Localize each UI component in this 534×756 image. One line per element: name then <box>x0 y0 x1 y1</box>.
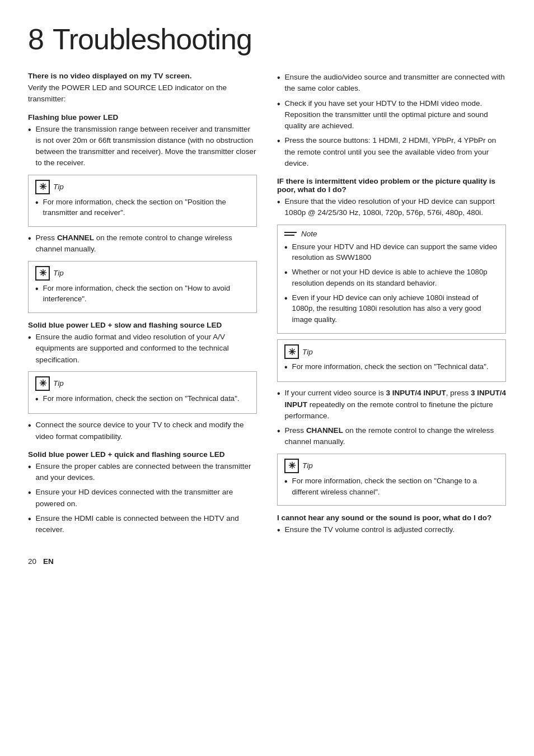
list-item: Connect the source device to your TV to … <box>28 419 257 442</box>
right-mid-bullets: If your current video source is 3 INPUT/… <box>277 388 506 447</box>
tip-star-icon-5: ✳ <box>284 459 299 473</box>
page-lang: EN <box>43 557 54 566</box>
tip-label-1: Tip <box>53 183 64 191</box>
list-item: For more information, check the section … <box>35 283 250 305</box>
subsection-solid-slow-heading: Solid blue power LED + slow and flashing… <box>28 321 257 329</box>
list-item: Whether or not your HD device is able to… <box>284 267 499 289</box>
tip3-list: For more information, check the section … <box>35 393 250 405</box>
list-item: Press CHANNEL on the remote control to c… <box>277 425 506 448</box>
tip-content-2: ✳ Tip For more information, check the se… <box>35 266 250 309</box>
sound-heading: I cannot hear any sound or the sound is … <box>277 514 506 522</box>
connect-source-list: Connect the source device to your TV to … <box>28 419 257 442</box>
channel-bullet-text: Press CHANNEL on the remote control to c… <box>36 232 257 255</box>
note-box-1: Note Ensure your HDTV and HD device can … <box>277 225 506 334</box>
list-item: If your current video source is 3 INPUT/… <box>277 388 506 422</box>
tip-label-4: Tip <box>302 348 313 356</box>
tip-box-4: ✳ Tip For more information, check the se… <box>277 339 506 382</box>
tip-box-5: ✳ Tip For more information, check the se… <box>277 454 506 506</box>
channel2-text: Press CHANNEL on the remote control to c… <box>285 425 506 448</box>
page-number: 20 <box>28 557 36 566</box>
tip-label-3: Tip <box>53 379 64 388</box>
list-item: For more information, check the section … <box>284 361 499 374</box>
tip-box-3: ✳ Tip For more information, check the se… <box>28 371 257 414</box>
left-column: There is no video displayed on my TV scr… <box>28 72 257 540</box>
note-header-1: Note <box>284 230 499 238</box>
right-column: Ensure the audio/video source and transm… <box>277 72 506 540</box>
flashing-led-list: Ensure the transmission range between re… <box>28 124 257 169</box>
channel-bullet-list: Press CHANNEL on the remote control to c… <box>28 232 257 255</box>
section-no-video-intro: Verify the POWER LED and SOURCE LED indi… <box>28 82 257 105</box>
subsection-flashing-heading: Flashing blue power LED <box>28 113 257 122</box>
tip-content-5: ✳ Tip For more information, check the se… <box>284 459 499 501</box>
3input-text: If your current video source is 3 INPUT/… <box>285 388 506 422</box>
tip-box-2: ✳ Tip For more information, check the se… <box>28 261 257 314</box>
tip-header-3: ✳ Tip <box>35 376 250 391</box>
list-item: Ensure the audio format and video resolu… <box>28 332 257 366</box>
tip-header-1: ✳ Tip <box>35 180 250 194</box>
chapter-title: 8Troubleshooting <box>28 22 506 56</box>
tip-box-1: ✳ Tip For more information, check the se… <box>28 175 257 227</box>
tip-star-icon-2: ✳ <box>35 266 50 281</box>
subsection-solid-quick-heading: Solid blue power LED + quick and flashin… <box>28 450 257 459</box>
tip4-list: For more information, check the section … <box>284 361 499 374</box>
tip-header-2: ✳ Tip <box>35 266 250 281</box>
list-item: For more information, check the section … <box>35 393 250 405</box>
intermittent-heading: IF there is intermittent video problem o… <box>277 177 506 194</box>
list-item: Ensure the transmission range between re… <box>28 124 257 169</box>
solid-slow-list: Ensure the audio format and video resolu… <box>28 332 257 366</box>
tip-label-5: Tip <box>302 461 313 470</box>
intermittent-list: Ensure that the video resolution of your… <box>277 196 506 219</box>
list-item: Even if your HD device can only achieve … <box>284 292 499 325</box>
list-item: Ensure the TV volume control is adjusted… <box>277 524 506 536</box>
section-no-video-heading: There is no video displayed on my TV scr… <box>28 72 257 80</box>
note-lines-icon <box>284 232 297 236</box>
list-item: For more information, check the section … <box>35 197 250 219</box>
list-item: Ensure the HDMI cable is connected betwe… <box>28 513 257 536</box>
list-item: Ensure that the video resolution of your… <box>277 196 506 219</box>
note-label-1: Note <box>301 230 317 238</box>
tip-header-5: ✳ Tip <box>284 459 499 473</box>
note1-list: Ensure your HDTV and HD device can suppo… <box>284 241 499 326</box>
tip-content-3: ✳ Tip For more information, check the se… <box>35 376 250 409</box>
list-item: Ensure the proper cables are connected b… <box>28 461 257 484</box>
right-top-bullets: Ensure the audio/video source and transm… <box>277 72 506 169</box>
tip-header-4: ✳ Tip <box>284 344 499 359</box>
list-item: Ensure your HDTV and HD device can suppo… <box>284 241 499 264</box>
tip-star-icon-3: ✳ <box>35 376 50 391</box>
tip-content-4: ✳ Tip For more information, check the se… <box>284 344 499 377</box>
tip1-list: For more information, check the section … <box>35 197 250 219</box>
list-item: Check if you have set your HDTV to the H… <box>277 98 506 132</box>
solid-quick-list: Ensure the proper cables are connected b… <box>28 461 257 536</box>
tip-label-2: Tip <box>53 269 64 277</box>
list-item: Ensure the audio/video source and transm… <box>277 72 506 95</box>
tip2-list: For more information, check the section … <box>35 283 250 305</box>
page-footer: 20 EN <box>28 557 506 566</box>
list-item: Press the source buttons: 1 HDMI, 2 HDMI… <box>277 135 506 169</box>
sound-list: Ensure the TV volume control is adjusted… <box>277 524 506 536</box>
tip-star-icon-1: ✳ <box>35 180 50 194</box>
list-item: Press CHANNEL on the remote control to c… <box>28 232 257 255</box>
tip-content-1: ✳ Tip For more information, check the se… <box>35 180 250 222</box>
list-item: For more information, check the section … <box>284 475 499 498</box>
tip5-list: For more information, check the section … <box>284 475 499 498</box>
list-item: Ensure your HD devices connected with th… <box>28 487 257 510</box>
tip-star-icon-4: ✳ <box>284 344 299 359</box>
